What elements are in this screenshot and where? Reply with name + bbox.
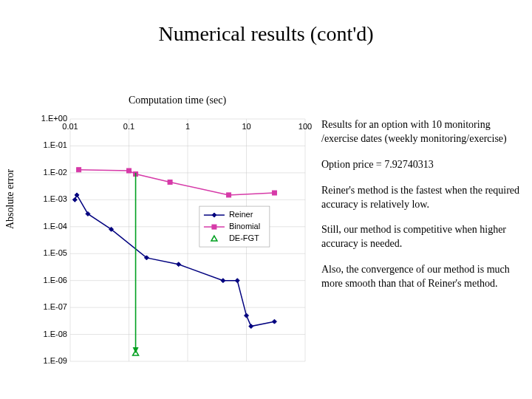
svg-text:1.E-08: 1.E-08 [44, 330, 67, 338]
svg-rect-33 [168, 180, 172, 185]
svg-rect-30 [77, 168, 81, 172]
svg-text:10: 10 [242, 122, 250, 131]
svg-text:1.E-06: 1.E-06 [44, 276, 67, 284]
note-para-5: Also, the convergence of our method is m… [321, 263, 528, 291]
note-para-1: Results for an option with 10 monitoring… [321, 118, 528, 146]
commentary: Results for an option with 10 monitoring… [321, 118, 528, 303]
page-title: Numerical results (cont'd) [0, 22, 532, 46]
svg-rect-41 [212, 225, 216, 229]
svg-text:100: 100 [299, 122, 312, 131]
svg-text:1.E-09: 1.E-09 [44, 356, 67, 365]
svg-text:1.E-05: 1.E-05 [44, 248, 67, 257]
svg-text:1.E-03: 1.E-03 [44, 194, 67, 203]
svg-text:1.E-02: 1.E-02 [44, 168, 67, 177]
note-para-4: Still, our method is competitive when hi… [321, 223, 528, 251]
error-vs-time-chart: 1.E-091.E-081.E-071.E-061.E-051.E-041.E-… [41, 115, 314, 366]
svg-rect-35 [272, 191, 276, 195]
svg-text:1.E-01: 1.E-01 [44, 140, 67, 149]
svg-text:DE-FGT: DE-FGT [229, 233, 259, 242]
svg-text:1.E-07: 1.E-07 [44, 302, 67, 311]
chart-x-label: Computation time (sec) [52, 95, 303, 106]
svg-text:Binomial: Binomial [229, 222, 260, 231]
svg-rect-34 [227, 193, 231, 197]
svg-text:Reiner: Reiner [229, 210, 253, 219]
chart-y-label: Absolute error [4, 169, 16, 229]
svg-text:1.E-04: 1.E-04 [44, 222, 67, 231]
svg-text:0.1: 0.1 [123, 122, 134, 131]
svg-rect-31 [127, 168, 132, 173]
svg-text:1: 1 [185, 122, 190, 131]
note-para-2: Option price = 7.92740313 [321, 158, 528, 172]
note-para-3: Reiner's method is the fastest when the … [321, 184, 528, 212]
svg-text:0.01: 0.01 [62, 122, 78, 131]
